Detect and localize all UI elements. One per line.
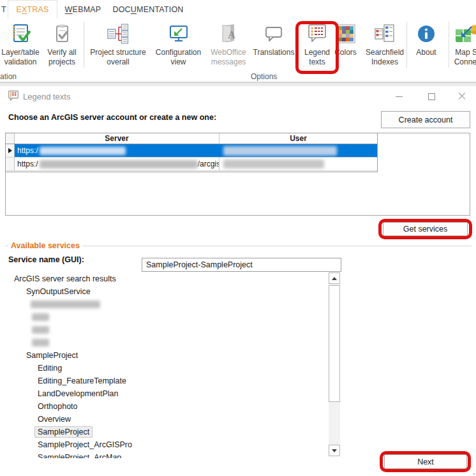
maximize-button[interactable] xyxy=(422,89,441,103)
searchfield-indexes-icon xyxy=(374,20,396,48)
close-button[interactable] xyxy=(452,89,472,103)
tree-item[interactable]: Editing_FeatureTemplate xyxy=(5,375,329,387)
grid-header-row: Server User xyxy=(6,133,377,144)
button-label: Verify allprojects xyxy=(47,48,76,66)
layer-table-validation-button[interactable]: Layer/tablevalidation xyxy=(1,20,40,75)
maximize-icon xyxy=(428,93,435,100)
window-edge xyxy=(0,82,476,86)
tab-extras-label: EXTRAS xyxy=(16,5,48,14)
app-window: T EXTRAS WEBMAP DOCUMENTATION xyxy=(0,0,476,476)
button-label: WebOfficemessages xyxy=(211,48,246,66)
ribbon-separator xyxy=(406,22,407,68)
ribbon-separator xyxy=(449,22,449,68)
tree-item[interactable]: Overview xyxy=(5,413,329,426)
configuration-view-icon xyxy=(168,20,190,48)
tree-item[interactable]: LandDevelopmentPlan xyxy=(5,387,329,400)
project-structure-overall-button[interactable]: Project structureoverall xyxy=(86,20,150,75)
button-label: SearchfieldIndexes xyxy=(366,48,404,66)
redacted-item-text xyxy=(32,339,49,346)
redacted-item-text xyxy=(32,326,49,334)
tree-item-redacted[interactable] xyxy=(5,336,329,349)
server-url-prefix: https:/ xyxy=(15,160,38,168)
verify-all-projects-icon xyxy=(51,20,73,48)
verify-all-projects-button[interactable]: Verify allprojects xyxy=(41,20,82,75)
services-tree: ArcGIS server search results SynOutputSe… xyxy=(5,272,329,458)
account-row-selected[interactable]: https:/ xyxy=(6,144,377,158)
map-server-connection-button[interactable]: Map SeConnect xyxy=(450,20,476,75)
tab-webmap[interactable]: WEBMAP xyxy=(57,0,108,19)
tree-item[interactable]: SynOutputService xyxy=(5,285,329,298)
redacted-user-text xyxy=(223,160,324,168)
dialog-legend-texts-icon xyxy=(7,90,20,105)
button-label: Map SeConnect xyxy=(454,48,476,66)
column-header-server[interactable]: Server xyxy=(15,133,219,144)
redacted-server-text xyxy=(40,147,126,155)
dialog-title: Legend texts xyxy=(23,92,70,101)
scrollbar-thumb[interactable] xyxy=(329,285,340,402)
ribbon: T EXTRAS WEBMAP DOCUMENTATION xyxy=(0,0,476,82)
groupbox-title: Available services xyxy=(8,241,82,250)
minimize-icon xyxy=(396,96,403,97)
searchfield-indexes-button[interactable]: SearchfieldIndexes xyxy=(363,20,406,75)
row-selector-arrow-icon xyxy=(8,148,12,153)
tree-item-root[interactable]: ArcGIS server search results xyxy=(5,272,329,285)
weboffice-messages-icon: A xyxy=(218,20,239,48)
legend-texts-icon xyxy=(306,20,328,48)
ribbon-group-label-fragment: ation xyxy=(0,72,17,81)
button-label: Colors xyxy=(334,48,357,57)
scroll-up-button[interactable] xyxy=(329,272,340,284)
server-url-suffix: /arcgis xyxy=(198,160,219,168)
colors-button[interactable]: Colors xyxy=(330,20,361,75)
service-name-label: Service name (GUI): xyxy=(8,255,84,264)
map-server-connection-icon xyxy=(454,20,476,48)
button-label: Translations xyxy=(253,48,295,57)
tab-fragment-label: T xyxy=(1,5,6,14)
redacted-item-text xyxy=(31,301,100,308)
weboffice-messages-button[interactable]: A WebOfficemessages xyxy=(206,20,251,75)
tab-fragment[interactable]: T xyxy=(0,0,8,19)
ribbon-separator xyxy=(84,22,84,68)
row-selector-cell xyxy=(6,144,15,157)
button-label: Legendtexts xyxy=(304,48,330,66)
column-header-user[interactable]: User xyxy=(219,133,377,144)
about-button[interactable]: About xyxy=(411,20,442,75)
scroll-down-button[interactable] xyxy=(329,445,340,456)
tab-documentation-label: DOCUMENTATION xyxy=(112,5,183,14)
redacted-server-text xyxy=(40,160,198,168)
tree-item-selected[interactable]: SampleProject xyxy=(5,426,329,438)
row-selector-cell xyxy=(6,158,15,170)
tab-documentation[interactable]: DOCUMENTATION xyxy=(108,0,188,19)
ribbon-group-label-options: Options xyxy=(251,72,277,81)
get-services-button[interactable]: Get services xyxy=(383,222,468,236)
layer-table-validation-icon xyxy=(10,20,31,48)
resize-grip-icon[interactable] xyxy=(469,470,475,476)
translations-button[interactable]: Translations xyxy=(251,20,296,75)
tree-item[interactable]: Orthophoto xyxy=(5,400,329,413)
button-label: Project structureoverall xyxy=(90,48,145,66)
tree-item[interactable]: SampleProject_ArcGISPro xyxy=(5,438,329,451)
account-row[interactable]: https:/ /arcgis xyxy=(6,158,377,171)
scroll-up-icon xyxy=(332,277,337,280)
tree-scrollbar[interactable] xyxy=(329,272,340,456)
tree-item-selected-label: SampleProject xyxy=(34,426,93,438)
translations-icon xyxy=(263,20,285,48)
tree-item[interactable]: SampleProject xyxy=(5,349,329,362)
svg-text:A: A xyxy=(228,29,235,40)
button-label: About xyxy=(416,48,436,57)
minimize-button[interactable] xyxy=(389,89,408,103)
redacted-user-text xyxy=(223,146,337,156)
button-label: Configurationview xyxy=(156,48,201,66)
next-button[interactable]: Next xyxy=(384,454,467,469)
configuration-view-button[interactable]: Configurationview xyxy=(151,20,205,75)
scroll-down-icon xyxy=(332,449,337,452)
service-name-input[interactable] xyxy=(142,258,341,272)
redacted-item-text xyxy=(32,313,49,321)
tree-item-redacted[interactable] xyxy=(5,311,329,324)
tree-item[interactable]: Editing xyxy=(5,362,329,375)
tree-item-redacted[interactable] xyxy=(5,324,329,336)
tree-item[interactable]: SampleProject_ArcMap xyxy=(5,451,329,458)
create-account-button[interactable]: Create account xyxy=(381,111,470,128)
tab-webmap-label: WEBMAP xyxy=(65,5,101,14)
tab-extras[interactable]: EXTRAS xyxy=(8,0,57,19)
tree-item-redacted[interactable] xyxy=(5,298,329,311)
